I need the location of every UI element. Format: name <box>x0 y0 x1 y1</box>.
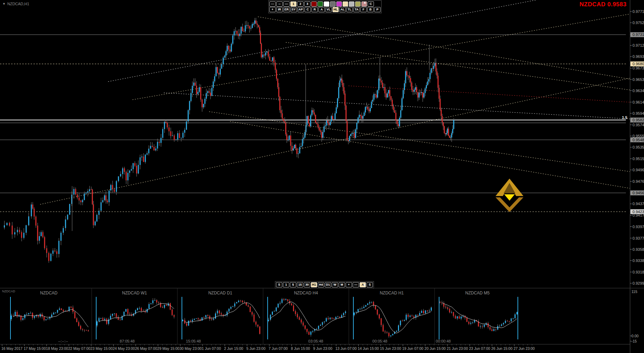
draw2-button-r[interactable]: R <box>312 7 318 12</box>
fib-level-label: 1.5 <box>622 115 627 120</box>
time-tick-1: 17 May 15:00 <box>24 346 46 351</box>
symbol-period-text: NZDCAD,H1 <box>7 2 29 6</box>
tf-button-—[interactable]: — <box>353 282 359 287</box>
tf-button-15[interactable]: 15 <box>297 282 303 287</box>
draw2-button-+[interactable]: + <box>269 7 276 12</box>
symbol-period-label[interactable]: ▼ NZDCAD,H1 <box>2 2 29 6</box>
tf-button-1[interactable]: 1 <box>283 282 289 287</box>
draw2-button-vl[interactable]: VL <box>325 7 332 12</box>
draw-button-2[interactable]: 2 <box>297 1 304 7</box>
tf-button-30[interactable]: 30 <box>304 282 310 287</box>
time-tick-15: 13 Jun 07:00 <box>336 346 357 351</box>
draw2-button-er[interactable]: ER <box>283 7 290 12</box>
tf-button-+[interactable]: + <box>346 282 352 287</box>
price-tick-0.95946: 0.95946 <box>632 111 644 115</box>
mini-chart-title-3[interactable]: NZDCAD H4 <box>294 291 318 295</box>
price-tick-0.95156: 0.95156 <box>632 157 644 161</box>
mini-chart-ma-line-0 <box>13 309 89 327</box>
draw2-button-tl[interactable]: TL <box>346 7 353 12</box>
price-tick-0.92991: 0.92991 <box>632 281 644 285</box>
time-tick-19: 20 Jun 15:00 <box>424 346 446 351</box>
draw2-button-al[interactable]: AL <box>339 7 346 12</box>
trendline-3[interactable] <box>258 17 630 79</box>
draw-button-3[interactable]: 3 <box>304 1 310 7</box>
time-tick-17: 15 Jun 23:00 <box>380 346 401 351</box>
mini-chart-title-5[interactable]: NZDCAD M5 <box>465 291 490 295</box>
tf-button-h1[interactable]: H1 <box>311 282 317 287</box>
price-tick-0.96805: 0.96805 <box>632 62 644 66</box>
draw-button-c[interactable]: C <box>368 1 374 7</box>
tfbar-collapse-icon[interactable]: ▼ <box>363 283 366 287</box>
draw-color-swatch[interactable] <box>336 1 342 7</box>
time-tick-16: 14 Jun 15:00 <box>358 346 379 351</box>
time-tick-5: 24 May 23:00 <box>113 346 135 351</box>
mini-chart-timer-3: 03:05:48 <box>308 339 323 343</box>
time-tick-20: 21 Jun 23:00 <box>447 346 468 351</box>
trendline-2[interactable] <box>132 14 630 100</box>
draw-color-swatch[interactable] <box>343 1 348 7</box>
trendline-4[interactable] <box>286 42 630 90</box>
main-chart-canvas[interactable]: 1.50.977160.975210.973130.971260.969310.… <box>0 0 644 353</box>
price-tick-0.93776: 0.93776 <box>632 236 644 240</box>
trendline-6[interactable] <box>209 112 630 172</box>
time-tick-8: 30 May 23:00 <box>179 346 202 351</box>
price-tick-0.97716: 0.97716 <box>632 9 644 14</box>
trendline-7[interactable] <box>230 121 630 188</box>
draw-color-swatch[interactable] <box>349 1 354 7</box>
price-tick-0.94171: 0.94171 <box>632 213 644 217</box>
mini-chart-timer-2: 15:05:48 <box>186 339 201 343</box>
quote-ticker: NZDCAD 0.9583 <box>580 1 627 8</box>
draw2-button-ir[interactable]: IR <box>276 7 283 12</box>
mini-chart-ma-line-4 <box>356 305 431 333</box>
price-tick-0.97313: 0.97313 <box>632 32 644 37</box>
draw2-button-a[interactable]: A <box>319 7 325 12</box>
draw-color-swatch[interactable] <box>311 1 317 7</box>
mini-chart-title-0[interactable]: NZDCAD <box>40 291 58 295</box>
tf-button-s[interactable]: S <box>367 282 373 287</box>
draw2-button-hl[interactable]: HL <box>332 7 339 12</box>
price-tick-0.95485: 0.95485 <box>632 138 644 142</box>
draw2-button-ta[interactable]: TA <box>353 7 360 12</box>
subwindow-scale-115: 115 <box>631 290 637 294</box>
draw2-button-c[interactable]: C <box>305 7 311 12</box>
draw-button---[interactable]: -- <box>276 1 283 7</box>
draw-button-⋯[interactable]: ⋯ <box>269 1 276 7</box>
time-tick-10: 2 Jun 15:00 <box>224 346 243 351</box>
mini-chart-title-1[interactable]: NZDCAD W1 <box>122 291 147 295</box>
draw-color-swatch[interactable] <box>355 1 361 7</box>
symbol-dropdown-icon[interactable]: ▼ <box>2 2 6 6</box>
price-tick-0.95829: 0.95829 <box>632 118 644 122</box>
draw2-button-sy[interactable]: SY <box>291 7 297 12</box>
price-tick-0.93386: 0.93386 <box>632 258 644 263</box>
mini-chart-title-4[interactable]: NZDCAD H1 <box>380 291 404 295</box>
subwindow-scale--15: -15 <box>631 339 637 343</box>
price-tick-0.95746: 0.95746 <box>632 123 644 127</box>
mini-chart-timer-4: 00:05:48 <box>373 339 388 343</box>
tf-button-5[interactable]: 5 <box>290 282 296 287</box>
tf-button-w[interactable]: W <box>332 282 338 287</box>
toolbar-collapse-icon[interactable]: ▲ <box>363 0 367 4</box>
price-tick-0.94961: 0.94961 <box>632 168 644 172</box>
draw2-button-f[interactable]: F <box>360 7 367 12</box>
price-tick-0.96536: 0.96536 <box>632 77 644 82</box>
draw2-button-p[interactable]: P <box>374 7 381 12</box>
candlestick-series <box>4 18 454 263</box>
time-tick-11: 5 Jun 23:00 <box>246 346 266 351</box>
draw-color-swatch[interactable] <box>330 1 336 7</box>
gold-arrow-logo <box>496 179 523 212</box>
draw-color-swatch[interactable] <box>324 1 329 7</box>
draw-button-—[interactable]: — <box>283 1 290 7</box>
tf-button-m[interactable]: M <box>339 282 345 287</box>
mini-chart-title-2[interactable]: NZDCAD D1 <box>208 291 232 295</box>
tf-button-d1[interactable]: D1 <box>325 282 331 287</box>
time-tick-0: 16 May 2017 <box>1 346 23 351</box>
time-tick-2: 18 May 23:00 <box>46 346 68 351</box>
draw2-button-ap[interactable]: AP <box>298 7 304 12</box>
draw2-button-b[interactable]: B <box>367 7 374 12</box>
draw-button-1[interactable]: 1 <box>290 1 297 7</box>
tf-button-s[interactable]: S <box>276 282 282 287</box>
time-tick-7: 29 May 15:00 <box>157 346 179 351</box>
time-tick-14: 9 Jun 23:00 <box>313 346 332 351</box>
tf-button-h4[interactable]: H4 <box>318 282 324 287</box>
draw-color-swatch[interactable] <box>317 1 323 7</box>
